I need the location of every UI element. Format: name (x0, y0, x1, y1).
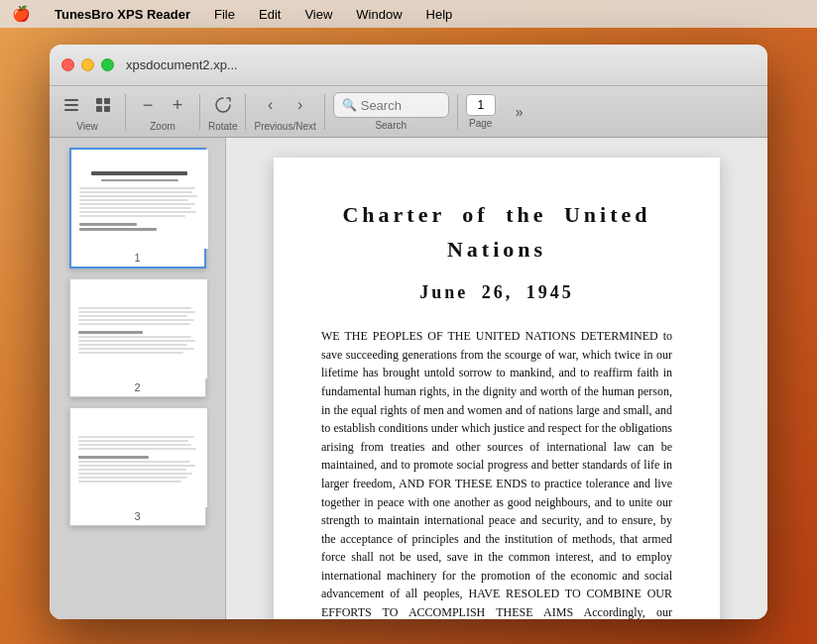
search-icon: 🔍 (342, 98, 357, 112)
svg-rect-1 (64, 104, 78, 106)
menu-window[interactable]: Window (352, 5, 406, 24)
grid-view-button[interactable] (89, 91, 117, 119)
thumbnail-page-1[interactable]: 1 (69, 148, 206, 268)
sep-1 (125, 94, 126, 130)
content-area: 1 (50, 138, 767, 619)
thumbnail-page-2[interactable]: 2 (69, 278, 206, 397)
view-icons (58, 91, 117, 119)
sidebar: 1 (50, 138, 226, 619)
zoom-in-button[interactable]: + (164, 91, 191, 119)
search-group: 🔍 Search (333, 92, 449, 131)
next-page-button[interactable]: › (287, 91, 314, 119)
document-subtitle: June 26, 1945 (321, 278, 672, 307)
sep-2 (199, 94, 200, 130)
app-window: xpsdocument2.xp... (50, 45, 767, 619)
menu-bar: 🍎 TunesBro XPS Reader File Edit View Win… (0, 0, 817, 28)
window-title: xpsdocument2.xp... (126, 57, 238, 72)
document-page: Charter of the United Nations June 26, 1… (274, 158, 720, 619)
rotate-group: Rotate (208, 91, 237, 132)
close-button[interactable] (61, 58, 74, 71)
svg-rect-6 (104, 106, 110, 112)
sep-4 (324, 94, 325, 130)
toolbar: View − + Zoom Rotate ‹ (50, 86, 767, 138)
rotate-button[interactable] (209, 91, 237, 119)
thumb-lines-3 (74, 432, 203, 484)
thumb-content-1 (71, 150, 208, 249)
thumb-page-num-2: 2 (70, 378, 205, 396)
thumb-content-3 (70, 408, 207, 507)
nav-icons: ‹ › (257, 91, 314, 119)
app-name[interactable]: TunesBro XPS Reader (51, 5, 194, 24)
rotate-label: Rotate (208, 121, 237, 132)
previous-page-button[interactable]: ‹ (257, 91, 285, 119)
document-area: Charter of the United Nations June 26, 1… (226, 138, 767, 619)
prev-next-label: Previous/Next (254, 121, 315, 132)
search-input[interactable] (361, 98, 440, 113)
menu-file[interactable]: File (210, 5, 239, 24)
menu-edit[interactable]: Edit (255, 5, 285, 24)
document-body: WE THE PEOPLES OF THE UNITED NATIONS DET… (321, 327, 672, 619)
zoom-icons: − + (134, 91, 191, 119)
thumb-lines-2 (74, 303, 203, 356)
menu-help[interactable]: Help (422, 5, 457, 24)
thumb-page-num-3: 3 (70, 507, 205, 525)
view-label: View (76, 121, 98, 132)
apple-logo-icon[interactable]: 🍎 (12, 5, 31, 23)
prev-next-group: ‹ › Previous/Next (254, 91, 315, 132)
document-main-title: Charter of the United Nations (321, 197, 672, 267)
title-bar: xpsdocument2.xp... (50, 45, 767, 86)
sep-5 (457, 94, 458, 130)
search-box: 🔍 (333, 92, 449, 118)
list-view-button[interactable] (58, 91, 85, 119)
thumbnail-page-3[interactable]: 3 (69, 407, 206, 526)
thumb-lines-1 (75, 165, 204, 233)
traffic-lights (61, 58, 114, 71)
zoom-label: Zoom (150, 121, 175, 132)
page-number-group: Page (466, 94, 496, 129)
page-number-input[interactable] (466, 94, 496, 116)
svg-rect-0 (64, 99, 78, 101)
thumb-page-num-1: 1 (71, 249, 204, 267)
maximize-button[interactable] (101, 58, 114, 71)
svg-rect-3 (96, 98, 102, 104)
search-label: Search (375, 120, 407, 131)
zoom-out-button[interactable]: − (134, 91, 162, 119)
zoom-group: − + Zoom (134, 91, 191, 132)
thumb-content-2 (70, 279, 207, 378)
view-group: View (58, 91, 117, 132)
sep-3 (245, 94, 246, 130)
menu-view[interactable]: View (300, 5, 336, 24)
svg-rect-4 (104, 98, 110, 104)
minimize-button[interactable] (81, 58, 94, 71)
page-label: Page (469, 118, 492, 129)
svg-rect-5 (96, 106, 102, 112)
expand-toolbar-button[interactable]: » (508, 100, 531, 124)
svg-rect-2 (64, 109, 78, 111)
